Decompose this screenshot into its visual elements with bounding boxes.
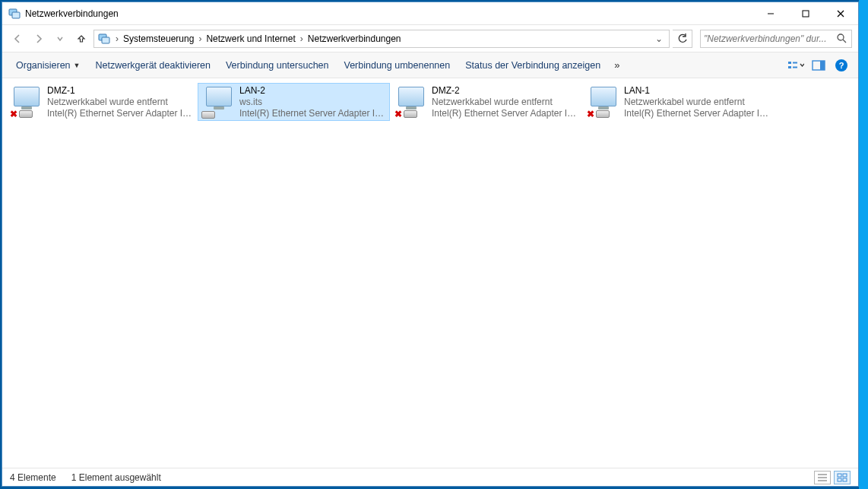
maximize-button[interactable] xyxy=(788,2,823,24)
forward-button[interactable] xyxy=(30,30,48,48)
connection-item[interactable]: ✖LAN-1Netzwerkkabel wurde entferntIntel(… xyxy=(582,83,775,121)
items-view[interactable]: ✖DMZ-1Netzwerkkabel wurde entferntIntel(… xyxy=(2,78,858,468)
breadcrumb-item[interactable]: Netzwerk und Internet xyxy=(203,33,298,44)
connection-name: DMZ-1 xyxy=(47,85,194,97)
toolbar-right-group: ? xyxy=(784,57,852,74)
connection-adapter: Intel(R) Ethernet Server Adapter I3... xyxy=(47,108,194,119)
change-view-button[interactable] xyxy=(785,57,806,74)
svg-rect-7 xyxy=(102,37,109,43)
connection-status-button[interactable]: Status der Verbindung anzeigen xyxy=(458,52,608,78)
item-count: 4 Elemente xyxy=(10,472,56,483)
breadcrumb-item[interactable]: Netzwerkverbindungen xyxy=(305,33,404,44)
help-icon: ? xyxy=(835,59,847,71)
connection-item[interactable]: ✖DMZ-2Netzwerkkabel wurde entferntIntel(… xyxy=(390,83,582,121)
preview-pane-button[interactable] xyxy=(808,57,829,74)
svg-rect-15 xyxy=(820,61,825,70)
overflow-button[interactable]: » xyxy=(608,52,626,78)
network-adapter-icon xyxy=(201,85,235,119)
navigation-bar: › Systemsteuerung › Netzwerk und Interne… xyxy=(2,25,858,52)
svg-line-9 xyxy=(843,40,846,43)
network-adapter-icon: ✖ xyxy=(394,85,427,119)
ethernet-plug-icon xyxy=(19,110,33,118)
recent-dropdown[interactable] xyxy=(51,30,69,48)
diagnose-connection-button[interactable]: Verbindung untersuchen xyxy=(218,52,337,78)
connection-status: ws.its xyxy=(239,97,386,108)
help-button[interactable]: ? xyxy=(831,57,852,74)
details-view-button[interactable] xyxy=(814,471,831,484)
chevron-right-icon[interactable]: › xyxy=(299,33,305,44)
window-frame: Netzwerkverbindungen xyxy=(2,2,859,487)
connection-name: LAN-2 xyxy=(239,85,386,97)
search-box[interactable] xyxy=(700,30,852,48)
window-title: Netzwerkverbindungen xyxy=(25,8,753,19)
connection-status: Netzwerkkabel wurde entfernt xyxy=(624,97,771,108)
chevron-right-icon[interactable]: › xyxy=(197,33,203,44)
rename-connection-button[interactable]: Verbindung umbenennen xyxy=(337,52,458,78)
search-icon[interactable] xyxy=(837,33,848,43)
close-button[interactable] xyxy=(823,2,858,24)
connection-name: DMZ-2 xyxy=(432,85,578,97)
svg-rect-10 xyxy=(788,62,791,64)
svg-rect-12 xyxy=(788,66,791,68)
svg-rect-3 xyxy=(803,11,809,17)
status-bar: 4 Elemente 1 Element ausgewählt xyxy=(2,468,858,486)
search-input[interactable] xyxy=(704,33,837,44)
window-controls xyxy=(753,2,858,24)
chevron-down-icon: ▼ xyxy=(74,62,81,69)
connection-adapter: Intel(R) Ethernet Server Adapter I3... xyxy=(239,108,386,119)
minimize-button[interactable] xyxy=(753,2,788,24)
connection-status: Netzwerkkabel wurde entfernt xyxy=(47,97,194,108)
breadcrumb-item[interactable]: Systemsteuerung xyxy=(120,33,197,44)
connection-adapter: Intel(R) Ethernet Server Adapter I3... xyxy=(432,108,578,119)
desktop-edge xyxy=(859,0,868,489)
ethernet-plug-icon xyxy=(404,110,417,118)
disconnected-icon: ✖ xyxy=(586,110,595,119)
titlebar: Netzwerkverbindungen xyxy=(2,2,858,25)
ethernet-plug-icon xyxy=(596,110,610,118)
chevron-right-icon[interactable]: › xyxy=(114,33,120,44)
svg-rect-22 xyxy=(843,478,847,481)
disconnected-icon: ✖ xyxy=(9,110,18,119)
chevron-down-icon: ⌄ xyxy=(652,33,666,44)
breadcrumb: Systemsteuerung › Netzwerk und Internet … xyxy=(120,33,652,44)
ethernet-plug-icon xyxy=(201,111,215,119)
svg-rect-1 xyxy=(12,12,20,18)
location-icon xyxy=(97,32,111,46)
deactivate-device-button[interactable]: Netzwerkgerät deaktivieren xyxy=(88,52,218,78)
network-connections-icon xyxy=(8,8,21,20)
selection-count: 1 Element ausgewählt xyxy=(71,472,161,483)
address-dropdown[interactable]: ⌄ xyxy=(652,33,666,44)
connection-item[interactable]: ✖DMZ-1Netzwerkkabel wurde entferntIntel(… xyxy=(5,83,198,121)
svg-rect-19 xyxy=(838,474,841,477)
refresh-button[interactable] xyxy=(673,30,692,48)
address-bar[interactable]: › Systemsteuerung › Netzwerk und Interne… xyxy=(93,30,670,48)
disconnected-icon: ✖ xyxy=(394,110,403,119)
up-button[interactable] xyxy=(72,30,90,48)
command-bar: Organisieren ▼ Netzwerkgerät deaktiviere… xyxy=(2,52,858,78)
back-button[interactable] xyxy=(8,30,27,48)
connection-adapter: Intel(R) Ethernet Server Adapter I3... xyxy=(624,108,771,119)
connection-name: LAN-1 xyxy=(624,85,771,97)
svg-point-8 xyxy=(838,34,844,40)
network-adapter-icon: ✖ xyxy=(9,85,43,119)
organize-button[interactable]: Organisieren ▼ xyxy=(8,52,88,78)
connection-status: Netzwerkkabel wurde entfernt xyxy=(432,97,578,108)
svg-rect-21 xyxy=(838,478,841,481)
network-adapter-icon: ✖ xyxy=(586,85,619,119)
connection-item[interactable]: LAN-2ws.itsIntel(R) Ethernet Server Adap… xyxy=(198,83,390,121)
svg-rect-20 xyxy=(843,474,847,477)
tiles-view-button[interactable] xyxy=(834,471,851,484)
